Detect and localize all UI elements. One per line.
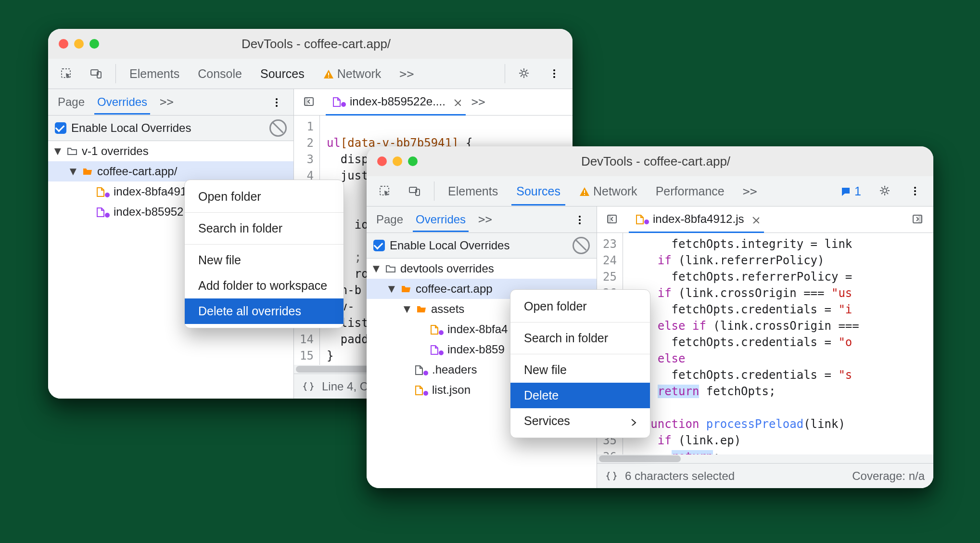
svg-point-16 bbox=[439, 330, 444, 335]
warning-icon bbox=[323, 68, 333, 79]
js-file-icon bbox=[94, 186, 105, 197]
braces-icon[interactable] bbox=[606, 470, 617, 482]
settings-icon[interactable] bbox=[514, 63, 535, 84]
tab-sources[interactable]: Sources bbox=[511, 177, 565, 206]
svg-point-17 bbox=[439, 350, 444, 355]
subtabs-kebab-icon[interactable] bbox=[569, 209, 590, 230]
panel-toggle-right-icon[interactable] bbox=[907, 209, 929, 230]
tab-network[interactable]: Network bbox=[318, 59, 386, 88]
zoom-dot[interactable] bbox=[408, 156, 418, 166]
more-tabs-icon[interactable]: >> bbox=[395, 59, 419, 88]
json-file-icon bbox=[413, 385, 423, 395]
device-icon[interactable] bbox=[86, 63, 107, 84]
context-menu-1: Open folder Search in folder New file Ad… bbox=[184, 180, 344, 328]
enable-overrides-checkbox[interactable] bbox=[55, 122, 66, 134]
issues-button[interactable]: 1 bbox=[835, 177, 866, 206]
subtab-page[interactable]: Page bbox=[373, 207, 406, 232]
window-controls bbox=[377, 156, 418, 166]
svg-point-20 bbox=[644, 220, 649, 224]
more-subtabs-icon[interactable]: >> bbox=[157, 90, 177, 115]
inspect-icon[interactable] bbox=[56, 63, 77, 84]
more-tabs-icon[interactable]: >> bbox=[738, 177, 762, 206]
subtabs-kebab-icon[interactable] bbox=[266, 91, 287, 113]
close-tab-icon[interactable] bbox=[452, 97, 461, 106]
issues-icon bbox=[840, 186, 851, 196]
more-files-icon[interactable]: >> bbox=[471, 95, 485, 109]
window-title: DevTools - coffee-cart.app/ bbox=[424, 154, 887, 169]
svg-point-15 bbox=[341, 102, 346, 107]
more-subtabs-icon[interactable]: >> bbox=[475, 207, 495, 232]
device-icon[interactable] bbox=[404, 181, 425, 202]
js-file-icon bbox=[428, 324, 439, 335]
svg-point-13 bbox=[105, 193, 110, 197]
window-title: DevTools - coffee-cart.app/ bbox=[106, 37, 526, 52]
tree-site[interactable]: ▼ coffee-cart.app/ bbox=[48, 161, 293, 181]
tab-console[interactable]: Console bbox=[193, 59, 247, 88]
js-file-icon bbox=[634, 214, 644, 224]
kebab-icon[interactable] bbox=[544, 63, 565, 84]
inspect-icon[interactable] bbox=[374, 181, 395, 202]
active-file-tab[interactable]: index-b859522e.... bbox=[326, 89, 466, 116]
folder-outline-icon bbox=[66, 145, 78, 157]
context-menu-2: Open folder Search in folder New file De… bbox=[510, 289, 650, 438]
enable-overrides-label: Enable Local Overrides bbox=[390, 239, 509, 252]
svg-point-14 bbox=[105, 213, 110, 218]
braces-icon[interactable] bbox=[303, 381, 314, 392]
active-file-tab[interactable]: index-8bfa4912.js bbox=[629, 207, 764, 233]
svg-point-18 bbox=[423, 371, 428, 375]
tab-elements[interactable]: Elements bbox=[125, 59, 184, 88]
subtab-overrides[interactable]: Overrides bbox=[413, 207, 469, 232]
ctx-open-folder[interactable]: Open folder bbox=[185, 184, 344, 209]
panel-toggle-left-icon[interactable] bbox=[602, 209, 623, 230]
file-icon bbox=[413, 364, 423, 375]
selection-status: 6 characters selected bbox=[625, 469, 735, 483]
css-file-icon bbox=[428, 344, 439, 355]
window-controls bbox=[59, 39, 99, 49]
tab-performance[interactable]: Performance bbox=[651, 177, 729, 206]
coverage-status: Coverage: n/a bbox=[852, 469, 925, 483]
minimize-dot[interactable] bbox=[393, 156, 402, 166]
css-file-icon bbox=[331, 96, 341, 107]
tab-elements[interactable]: Elements bbox=[443, 177, 503, 206]
tree-root[interactable]: ▼ devtools overrides bbox=[367, 259, 597, 279]
folder-icon bbox=[400, 283, 412, 295]
subtab-overrides[interactable]: Overrides bbox=[94, 90, 150, 115]
close-dot[interactable] bbox=[59, 39, 68, 49]
ctx-search-folder[interactable]: Search in folder bbox=[185, 216, 344, 241]
svg-point-19 bbox=[423, 391, 428, 396]
folder-icon bbox=[416, 303, 427, 315]
panel-toggle-icon[interactable] bbox=[299, 91, 320, 113]
code-area[interactable]: fetchOpts.integrity = link if (link.refe… bbox=[623, 233, 859, 454]
zoom-dot[interactable] bbox=[89, 39, 99, 49]
minimize-dot[interactable] bbox=[74, 39, 84, 49]
clear-icon[interactable] bbox=[573, 237, 590, 254]
kebab-icon[interactable] bbox=[904, 181, 926, 202]
settings-icon[interactable] bbox=[875, 181, 896, 202]
main-toolbar: Elements Sources Network Performance >> … bbox=[367, 176, 933, 207]
ctx-add-workspace[interactable]: Add folder to workspace bbox=[185, 273, 344, 298]
ctx-new-file[interactable]: New file bbox=[510, 357, 650, 383]
subtab-page[interactable]: Page bbox=[55, 90, 88, 115]
tab-sources[interactable]: Sources bbox=[255, 59, 309, 88]
ctx-search-folder[interactable]: Search in folder bbox=[510, 325, 650, 351]
chevron-right-icon bbox=[628, 417, 636, 426]
ctx-open-folder[interactable]: Open folder bbox=[510, 294, 650, 319]
ctx-delete-overrides[interactable]: Delete all overrides bbox=[185, 298, 344, 324]
tree-root[interactable]: ▼ v-1 overrides bbox=[48, 141, 293, 161]
enable-overrides-label: Enable Local Overrides bbox=[71, 121, 191, 135]
css-file-icon bbox=[94, 207, 105, 217]
warning-icon bbox=[579, 186, 589, 196]
ctx-new-file[interactable]: New file bbox=[185, 247, 344, 273]
clear-icon[interactable] bbox=[269, 119, 287, 137]
close-dot[interactable] bbox=[377, 156, 387, 166]
folder-outline-icon bbox=[385, 263, 396, 274]
ctx-delete[interactable]: Delete bbox=[510, 383, 650, 408]
close-tab-icon[interactable] bbox=[751, 215, 759, 223]
titlebar: DevTools - coffee-cart.app/ bbox=[367, 146, 933, 176]
ctx-services[interactable]: Services bbox=[510, 408, 650, 434]
enable-overrides-checkbox[interactable] bbox=[373, 240, 385, 251]
folder-icon bbox=[82, 166, 93, 177]
tab-network[interactable]: Network bbox=[574, 177, 642, 206]
main-toolbar: Elements Console Sources Network >> bbox=[48, 59, 573, 89]
titlebar: DevTools - coffee-cart.app/ bbox=[48, 29, 573, 59]
